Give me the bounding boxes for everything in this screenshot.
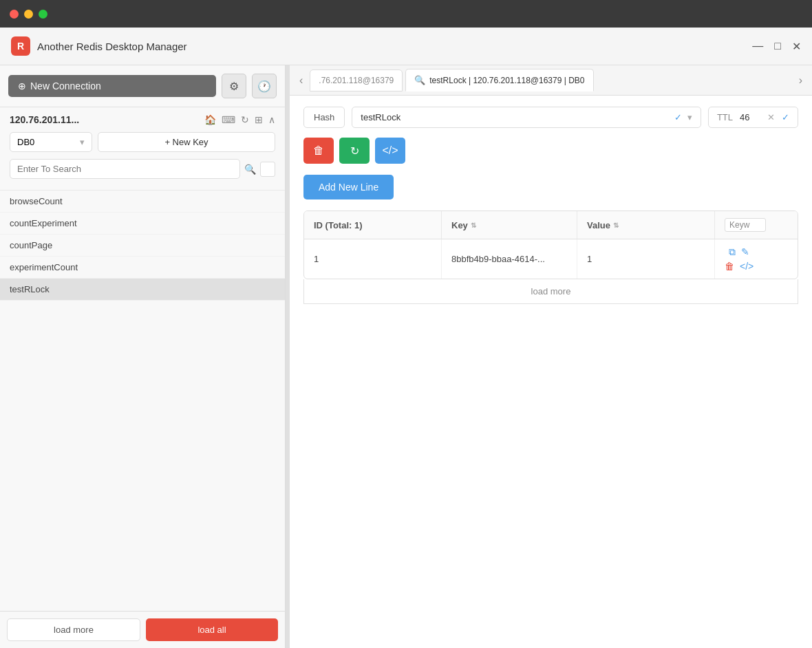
key-name-chevron-icon[interactable]: ▾ [687, 112, 692, 122]
copy-icon[interactable]: ⧉ [729, 246, 736, 258]
collapse-icon[interactable]: ∧ [268, 114, 275, 125]
col-value-label: Value [587, 220, 610, 230]
search-button[interactable]: 🔍 [244, 164, 256, 175]
list-item[interactable]: countPage [0, 235, 285, 257]
cell-key: 8bbfb4b9-bbaa-4614-... [442, 239, 577, 279]
tab-next-button[interactable]: › [795, 72, 806, 89]
row-id-value: 1 [314, 254, 319, 264]
keyword-filter-input[interactable] [725, 218, 766, 232]
cell-actions: ⧉ ✎ 🗑 </> [715, 239, 798, 279]
list-item[interactable]: countExperiment [0, 213, 285, 235]
new-key-button[interactable]: + New Key [98, 132, 275, 152]
app-logo: R [11, 36, 30, 56]
search-input[interactable] [10, 159, 240, 179]
trash-icon: 🗑 [313, 144, 324, 157]
tab-search-icon: 🔍 [414, 75, 425, 85]
db-select[interactable]: DB0 ▾ [10, 132, 92, 152]
connection-header: 120.76.201.11... 🏠 ⌨ ↻ ⊞ ∧ [10, 114, 275, 125]
sidebar-load-more-button[interactable]: load more [7, 618, 140, 641]
list-item[interactable]: experimentCount [0, 257, 285, 279]
maximize-button[interactable]: □ [774, 40, 781, 53]
ttl-value: 46 [740, 112, 760, 122]
chevron-down-icon: ▾ [80, 137, 85, 147]
db-label: DB0 [17, 137, 34, 147]
col-header-value: Value ⇅ [577, 211, 715, 239]
plus-icon: ⊕ [18, 80, 26, 91]
tab-prev-button[interactable]: ‹ [295, 72, 307, 89]
ttl-clear-icon[interactable]: ✕ [767, 112, 775, 122]
delete-button[interactable]: 🗑 [303, 138, 334, 164]
sidebar-load-all-button[interactable]: load all [146, 618, 278, 641]
tab-item-connection[interactable]: .76.201.118@16379 [310, 69, 403, 91]
key-name: browseCount [10, 196, 63, 206]
edit-icon[interactable]: ✎ [741, 246, 749, 258]
new-connection-label: New Connection [30, 80, 101, 91]
key-name-check-icon[interactable]: ✓ [674, 112, 682, 122]
settings-icon-button[interactable]: ⚙ [222, 74, 246, 98]
close-button[interactable]: ✕ [792, 40, 801, 53]
key-name: experimentCount [10, 262, 78, 272]
key-name-box: testRLock ✓ ▾ [352, 107, 701, 128]
action-buttons: 🗑 ↻ </> [303, 138, 798, 164]
ttl-box: TTL 46 ✕ ✓ [708, 107, 798, 128]
history-icon-button[interactable]: 🕐 [252, 74, 277, 98]
key-detail: Hash testRLock ✓ ▾ TTL 46 ✕ ✓ 🗑 [290, 96, 812, 648]
grid-icon[interactable]: ⊞ [255, 114, 263, 125]
minimize-button[interactable]: — [752, 40, 763, 53]
home-icon[interactable]: 🏠 [204, 114, 216, 125]
new-connection-button[interactable]: ⊕ New Connection [8, 75, 216, 97]
col-id-label: ID (Total: 1) [314, 220, 363, 230]
table-row: 1 8bbfb4b9-bbaa-4614-... 1 ⧉ ✎ [304, 239, 798, 279]
app-header: R Another Redis Desktop Manager — □ ✕ [0, 28, 812, 65]
col-header-id: ID (Total: 1) [304, 211, 442, 239]
add-new-line-button[interactable]: Add New Line [303, 175, 394, 199]
clock-icon: 🕐 [257, 80, 271, 93]
connection-actions: 🏠 ⌨ ↻ ⊞ ∧ [204, 114, 275, 125]
ttl-confirm-icon[interactable]: ✓ [782, 112, 789, 122]
list-item[interactable]: browseCount [0, 191, 285, 213]
list-item-active[interactable]: testRLock [0, 279, 285, 301]
terminal-icon[interactable]: ⌨ [222, 114, 235, 125]
gear-icon: ⚙ [229, 80, 239, 93]
refresh-icon: ↻ [350, 144, 359, 158]
col-key-label: Key [451, 220, 468, 230]
value-sort-icon[interactable]: ⇅ [613, 222, 619, 229]
tab-key-label: testRLock | 120.76.201.118@16379 | DB0 [429, 76, 584, 85]
minimize-traffic-light[interactable] [24, 10, 33, 19]
maximize-traffic-light[interactable] [39, 10, 47, 19]
type-label: Hash [314, 112, 334, 122]
col-header-key: Key ⇅ [442, 211, 577, 239]
type-badge: Hash [303, 107, 345, 128]
key-name-value: testRLock [361, 112, 669, 122]
key-sort-icon[interactable]: ⇅ [471, 222, 476, 229]
refresh-button[interactable]: ↻ [339, 138, 370, 164]
logo-letter: R [17, 41, 24, 52]
row-key-value: 8bbfb4b9-bbaa-4614-... [451, 254, 545, 264]
search-row: 🔍 [10, 159, 275, 179]
row-value-value: 1 [587, 254, 592, 264]
tab-item-key[interactable]: 🔍 testRLock | 120.76.201.118@16379 | DB0 [405, 69, 593, 91]
col-header-filter [715, 211, 798, 239]
tab-bar: ‹ .76.201.118@16379 🔍 testRLock | 120.76… [290, 65, 812, 96]
load-more-button[interactable]: load more [303, 279, 798, 304]
row-code-icon[interactable]: </> [740, 261, 754, 272]
row-delete-icon[interactable]: 🗑 [725, 261, 734, 272]
refresh-icon[interactable]: ↻ [241, 114, 249, 125]
row-actions: ⧉ ✎ 🗑 </> [725, 246, 754, 272]
search-filter-box[interactable] [260, 162, 275, 177]
key-name: testRLock [10, 284, 50, 294]
window-controls: — □ ✕ [752, 40, 801, 53]
tab-connection-label: .76.201.118@16379 [319, 76, 394, 85]
titlebar [0, 0, 812, 28]
key-list: browseCount countExperiment countPage ex… [0, 191, 285, 611]
close-traffic-light[interactable] [10, 10, 19, 19]
key-name: countPage [10, 240, 52, 250]
key-name: countExperiment [10, 218, 77, 228]
cell-id: 1 [304, 239, 442, 279]
code-button[interactable]: </> [375, 138, 405, 164]
connection-item: 120.76.201.11... 🏠 ⌨ ↻ ⊞ ∧ DB0 ▾ + New K… [0, 107, 285, 191]
key-meta-row: Hash testRLock ✓ ▾ TTL 46 ✕ ✓ [303, 107, 798, 128]
cell-value: 1 [577, 239, 715, 279]
data-table: ID (Total: 1) Key ⇅ Value ⇅ [303, 210, 798, 279]
sidebar: ⊕ New Connection ⚙ 🕐 120.76.201.11... 🏠 … [0, 65, 286, 648]
